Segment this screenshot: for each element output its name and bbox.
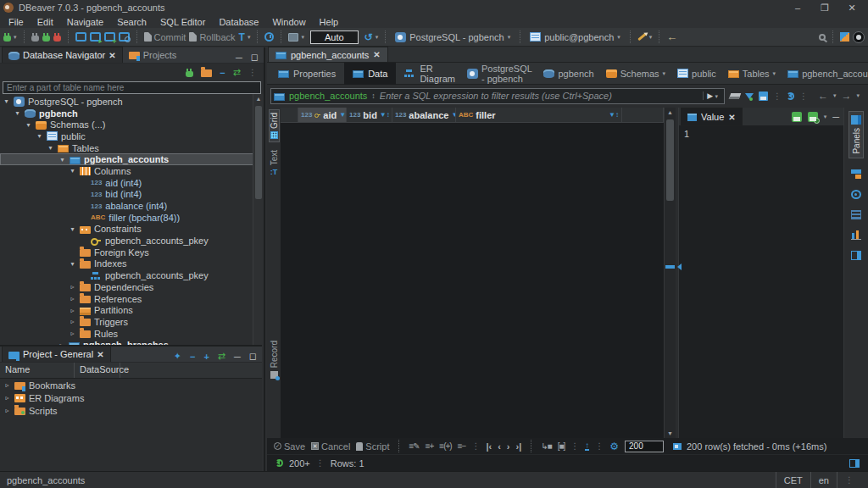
- close-tab-icon[interactable]: ✕: [728, 113, 735, 122]
- presentation-tab-record[interactable]: Record: [270, 338, 279, 380]
- nav-back-icon[interactable]: ←: [818, 90, 828, 102]
- column-header-aid[interactable]: 123aid▼↕: [298, 108, 347, 123]
- expanded-arrow-icon[interactable]: ▾: [14, 109, 21, 117]
- grouping-panel-icon[interactable]: [851, 230, 861, 240]
- minimize-panel-icon[interactable]: ─: [236, 53, 242, 63]
- apply-filter-icon[interactable]: ▶ ▾: [703, 92, 721, 100]
- calc-panel-icon[interactable]: [851, 210, 861, 219]
- subtab-properties[interactable]: Properties: [270, 63, 344, 85]
- breadcrumb-pgbench[interactable]: pgbench: [540, 67, 597, 80]
- expand-all-icon[interactable]: +: [203, 352, 209, 362]
- minimize-button[interactable]: –: [785, 1, 810, 14]
- duplicate-row-icon[interactable]: ≡(+): [439, 441, 451, 451]
- tree-item-pgbench[interactable]: ▾pgbench: [0, 108, 264, 119]
- expanded-arrow-icon[interactable]: ▾: [69, 260, 76, 268]
- save-value-icon[interactable]: [792, 112, 802, 122]
- subtab-data[interactable]: Data: [344, 63, 396, 85]
- value-viewer-icon[interactable]: [851, 251, 861, 260]
- tree-item-partitions[interactable]: ▹Partitions: [0, 304, 264, 316]
- tree-item-columns[interactable]: ▾Columns: [0, 165, 264, 177]
- sql-editor-open-button[interactable]: [90, 32, 101, 42]
- tree-item-filler-bpchar-84[interactable]: ABCfiller (bpchar(84)): [0, 212, 264, 224]
- tree-item-pgbench-accounts-pkey[interactable]: pgbench_accounts_pkey: [0, 235, 264, 247]
- expanded-arrow-icon[interactable]: ▾: [25, 121, 32, 129]
- tab-pgbench-accounts[interactable]: pgbench_accounts ✕: [268, 47, 388, 62]
- tree-item-aid-int4[interactable]: 123aid (int4): [0, 177, 264, 189]
- tree-item-tables[interactable]: ▾Tables: [0, 142, 264, 154]
- sync-selection-icon[interactable]: ✦: [174, 351, 181, 362]
- value-content[interactable]: 1: [679, 126, 843, 438]
- view-menu-icon[interactable]: ⋮: [248, 68, 257, 77]
- filter-sort-icon[interactable]: ▼↕: [609, 111, 619, 119]
- minimize-panel-icon[interactable]: ─: [832, 112, 839, 122]
- presentation-tab-text[interactable]: Text:T: [270, 147, 279, 179]
- breadcrumb-public[interactable]: public: [674, 67, 720, 80]
- menu-edit[interactable]: Edit: [31, 17, 60, 27]
- tab-database-navigator[interactable]: Database Navigator ✕: [2, 47, 123, 63]
- user-avatar[interactable]: [853, 31, 865, 43]
- collapse-all-icon[interactable]: −: [190, 352, 195, 362]
- tree-item-bid-int4[interactable]: 123bid (int4): [0, 189, 264, 201]
- language-indicator[interactable]: en: [810, 472, 837, 488]
- transaction-history-button[interactable]: ↺▾: [364, 31, 379, 43]
- tree-item-references[interactable]: ▹References: [0, 293, 264, 305]
- column-header-datasource[interactable]: DataSource: [75, 363, 120, 378]
- collapsed-arrow-icon[interactable]: ▹: [3, 407, 11, 414]
- collapsed-arrow-icon[interactable]: ▹: [69, 318, 76, 325]
- breadcrumb-postgresql-pgbench[interactable]: PostgreSQL - pgbench: [464, 62, 536, 86]
- close-tab-icon[interactable]: ✕: [97, 350, 103, 359]
- menu-window[interactable]: Window: [265, 17, 312, 27]
- back-button[interactable]: ←: [666, 30, 677, 43]
- tab-value[interactable]: Value ✕: [681, 108, 743, 125]
- new-folder-icon[interactable]: [201, 69, 212, 77]
- filter-sort-icon[interactable]: ▼↕: [339, 111, 347, 119]
- sql-filter-input[interactable]: [380, 91, 698, 101]
- add-row-icon[interactable]: ≡+: [426, 441, 434, 451]
- edit-button[interactable]: ▾: [637, 34, 653, 41]
- tree-item-abalance-int4[interactable]: 123abalance (int4): [0, 200, 264, 212]
- collapsed-arrow-icon[interactable]: ▹: [69, 295, 76, 302]
- maximize-panel-icon[interactable]: ◻: [251, 52, 259, 63]
- new-connection-icon[interactable]: [186, 71, 193, 77]
- rollback-button[interactable]: Rollback: [189, 32, 235, 42]
- link-editor-icon[interactable]: ⇄: [218, 351, 225, 362]
- nav-forward-icon[interactable]: →: [841, 90, 851, 102]
- minimize-panel-icon[interactable]: ─: [234, 352, 241, 362]
- project-item-er-diagrams[interactable]: ▹ER Diagrams: [0, 391, 262, 404]
- edit-row-icon[interactable]: ≡✎: [409, 441, 419, 451]
- collapse-all-icon[interactable]: −: [220, 68, 225, 78]
- menu-navigate[interactable]: Navigate: [60, 17, 110, 27]
- breadcrumb-pgbench-accounts[interactable]: pgbench_accounts: [784, 67, 868, 80]
- expand-filter-icon[interactable]: ↕: [371, 92, 376, 100]
- expanded-arrow-icon[interactable]: ▾: [3, 97, 10, 105]
- menu-search[interactable]: Search: [110, 17, 153, 27]
- expanded-arrow-icon[interactable]: ▾: [36, 132, 43, 140]
- fetch-size-input[interactable]: [625, 441, 664, 452]
- expanded-arrow-icon[interactable]: ▾: [69, 167, 76, 175]
- commit-mode-auto-button[interactable]: Auto: [310, 30, 359, 44]
- sql-editor-button[interactable]: [75, 32, 86, 42]
- tree-item-indexes[interactable]: ▾Indexes: [0, 258, 264, 270]
- expanded-arrow-icon[interactable]: ▾: [47, 144, 54, 152]
- breadcrumb-tables[interactable]: Tables▾: [725, 67, 779, 80]
- close-tab-icon[interactable]: ✕: [108, 51, 115, 60]
- script-button[interactable]: Script: [356, 441, 389, 452]
- breadcrumb-schemas[interactable]: Schemas▾: [603, 67, 669, 80]
- metadata-panel-icon[interactable]: [851, 169, 861, 179]
- server-button[interactable]: ▾: [288, 33, 304, 42]
- last-row-icon[interactable]: ›|: [515, 441, 521, 452]
- connection-selector[interactable]: PostgreSQL - pgbench▾: [392, 32, 513, 42]
- tree-item-rules[interactable]: ▹Rules: [0, 328, 264, 340]
- clear-filter-icon[interactable]: [729, 93, 742, 99]
- disconnect-button[interactable]: [53, 33, 61, 42]
- value-menu-icon[interactable]: ▾: [824, 114, 827, 120]
- tree-item-constraints[interactable]: ▾Constraints: [0, 224, 264, 236]
- fetch-all-icon[interactable]: [■]: [558, 441, 565, 451]
- column-header-filler[interactable]: ABCfiller▼↕: [456, 108, 622, 123]
- tree-item-schemas[interactable]: ▾Schemas (...): [0, 119, 264, 130]
- transaction-log-button[interactable]: T▾: [239, 31, 251, 43]
- project-item-bookmarks[interactable]: ▹Bookmarks: [0, 379, 262, 391]
- subtab-er-diagram[interactable]: ER Diagram: [396, 63, 464, 85]
- schema-selector[interactable]: public@pgbench▾: [527, 32, 623, 42]
- maximize-panel-icon[interactable]: ◻: [249, 351, 257, 362]
